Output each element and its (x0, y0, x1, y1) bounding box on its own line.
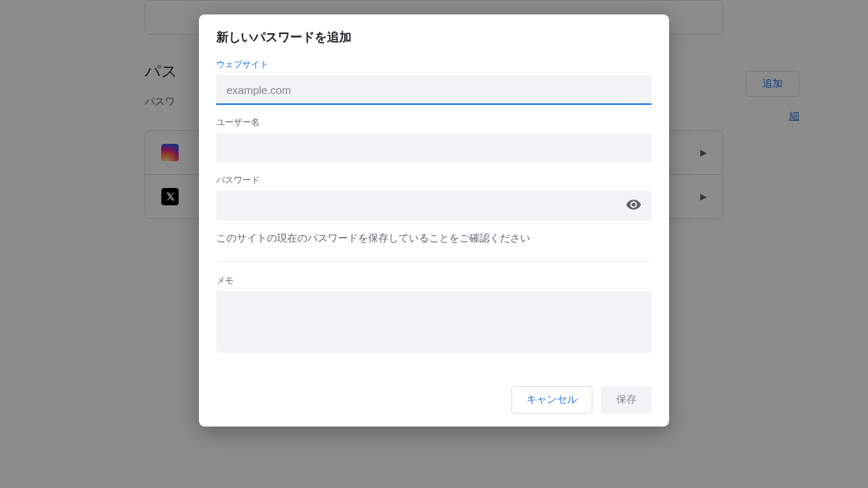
save-button[interactable]: 保存 (601, 386, 652, 414)
website-input[interactable] (216, 75, 652, 105)
cancel-button[interactable]: キャンセル (511, 386, 592, 414)
note-input[interactable] (216, 291, 652, 353)
password-help-text: このサイトの現在のパスワードを保存していることをご確認ください (216, 232, 652, 245)
website-label: ウェブサイト (216, 59, 652, 71)
add-password-dialog: 新しいパスワードを追加 ウェブサイト ユーザー名 パスワード (199, 14, 669, 427)
dialog-title: 新しいパスワードを追加 (199, 29, 669, 46)
username-field-group: ユーザー名 (216, 116, 652, 163)
password-field-group: パスワード (216, 174, 652, 221)
username-label: ユーザー名 (216, 116, 652, 129)
password-input-wrapper (216, 191, 652, 221)
divider (216, 261, 652, 262)
note-label: メモ (216, 275, 652, 287)
show-password-icon[interactable] (626, 197, 642, 215)
username-input[interactable] (216, 133, 652, 163)
dialog-actions: キャンセル 保存 (199, 386, 669, 414)
password-label: パスワード (216, 174, 652, 187)
website-field-group: ウェブサイト (216, 59, 652, 105)
note-field-group: メモ (216, 275, 652, 356)
modal-overlay: 新しいパスワードを追加 ウェブサイト ユーザー名 パスワード (0, 0, 868, 488)
password-input[interactable] (216, 191, 652, 221)
